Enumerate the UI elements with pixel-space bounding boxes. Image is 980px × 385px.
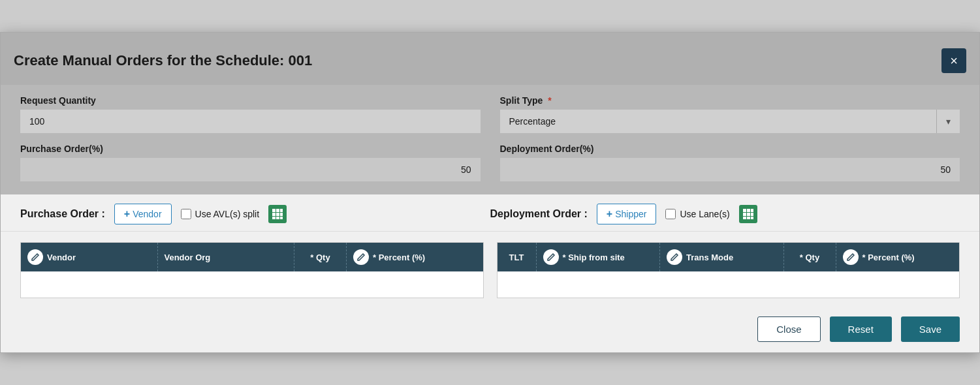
vendor-edit-icon[interactable] — [27, 249, 43, 265]
top-fields-section: Request Quantity Split Type * ▾ Purchase… — [1, 85, 979, 194]
request-quantity-group: Request Quantity — [20, 95, 481, 133]
split-type-required: * — [548, 95, 551, 106]
purchase-order-pct-group: Purchase Order(%) — [20, 144, 481, 181]
percent-col-header: * Percent (%) — [347, 243, 483, 271]
deployment-order-label: Deployment Order : — [490, 208, 588, 220]
split-type-group: Split Type * ▾ — [500, 95, 960, 133]
purchase-order-label: Purchase Order : — [20, 208, 105, 220]
svg-rect-11 — [751, 209, 753, 212]
deployment-order-pct-group: Deployment Order(%) — [500, 144, 960, 181]
purchase-order-table-body — [21, 271, 483, 298]
deployment-order-controls: Deployment Order : + Shipper Use Lane(s) — [490, 204, 960, 224]
svg-rect-4 — [276, 213, 279, 216]
bottom-section: Purchase Order : + Vendor Use AVL(s) spl… — [1, 194, 979, 352]
avl-split-checkbox-group: Use AVL(s) split — [181, 209, 260, 219]
svg-rect-15 — [743, 217, 746, 219]
svg-rect-9 — [743, 209, 746, 212]
split-type-dropdown-arrow[interactable]: ▾ — [936, 110, 960, 133]
svg-rect-3 — [272, 213, 276, 216]
lane-checkbox[interactable] — [665, 209, 676, 219]
request-quantity-input[interactable] — [20, 110, 481, 133]
svg-rect-8 — [280, 217, 283, 219]
add-vendor-button[interactable]: + Vendor — [114, 204, 172, 224]
depl-percent-col-header: * Percent (%) — [836, 243, 960, 271]
purchase-order-table-header: Vendor Vendor Org * Qty * — [21, 243, 483, 271]
ship-from-site-col-header: * Ship from site — [537, 243, 661, 271]
deployment-order-grid-icon[interactable] — [739, 205, 757, 223]
deployment-order-table-body — [498, 271, 960, 298]
svg-rect-16 — [747, 217, 750, 219]
svg-rect-13 — [747, 213, 750, 216]
tables-row: Vendor Vendor Org * Qty * — [1, 232, 979, 309]
svg-rect-17 — [751, 217, 753, 219]
svg-rect-1 — [276, 209, 279, 212]
lane-checkbox-group: Use Lane(s) — [665, 209, 729, 219]
close-button[interactable]: Close — [757, 316, 820, 342]
vendor-col-header: Vendor — [21, 243, 158, 271]
modal-header: Create Manual Orders for the Schedule: 0… — [1, 33, 979, 85]
svg-rect-0 — [272, 209, 276, 212]
footer: Close Reset Save — [1, 309, 979, 352]
deployment-order-pct-input[interactable] — [500, 158, 960, 181]
reset-button[interactable]: Reset — [830, 316, 892, 342]
purchase-order-controls: Purchase Order : + Vendor Use AVL(s) spl… — [20, 204, 490, 224]
percent-edit-icon[interactable] — [353, 249, 369, 265]
lane-label: Use Lane(s) — [680, 209, 729, 219]
svg-rect-10 — [747, 209, 750, 212]
trans-mode-edit-icon[interactable] — [667, 249, 682, 265]
split-type-label: Split Type * — [500, 95, 960, 106]
svg-rect-5 — [280, 213, 283, 216]
split-type-input[interactable] — [500, 110, 937, 133]
svg-rect-14 — [751, 213, 753, 216]
plus-icon-2: + — [607, 208, 612, 220]
close-icon-button[interactable]: × — [941, 48, 966, 73]
modal-title: Create Manual Orders for the Schedule: 0… — [14, 52, 312, 69]
avl-split-checkbox[interactable] — [181, 209, 191, 219]
tlt-col-header: TLT — [498, 243, 537, 271]
deployment-order-pct-label: Deployment Order(%) — [500, 144, 960, 154]
purchase-order-pct-label: Purchase Order(%) — [20, 144, 481, 154]
purchase-order-grid-icon[interactable] — [268, 205, 287, 223]
avl-split-label: Use AVL(s) split — [195, 209, 260, 219]
split-type-select-wrapper: ▾ — [500, 110, 960, 133]
request-quantity-label: Request Quantity — [20, 95, 481, 106]
modal: Create Manual Orders for the Schedule: 0… — [0, 32, 980, 353]
deployment-order-table: TLT * Ship from site — [497, 242, 960, 298]
svg-rect-6 — [272, 217, 276, 219]
svg-rect-7 — [276, 217, 279, 219]
svg-rect-2 — [280, 209, 283, 212]
depl-qty-col-header: * Qty — [784, 243, 836, 271]
purchase-order-pct-input[interactable] — [20, 158, 481, 181]
ship-from-site-edit-icon[interactable] — [543, 249, 559, 265]
order-controls-row: Purchase Order : + Vendor Use AVL(s) spl… — [1, 194, 979, 232]
qty-col-header: * Qty — [294, 243, 347, 271]
purchase-order-table: Vendor Vendor Org * Qty * — [20, 242, 484, 298]
plus-icon: + — [124, 208, 130, 220]
deployment-order-table-header: TLT * Ship from site — [498, 243, 960, 271]
vendor-org-col-header: Vendor Org — [158, 243, 295, 271]
svg-rect-12 — [743, 213, 746, 216]
depl-percent-edit-icon[interactable] — [843, 249, 859, 265]
save-button[interactable]: Save — [901, 316, 960, 342]
trans-mode-col-header: Trans Mode — [660, 243, 784, 271]
add-shipper-button[interactable]: + Shipper — [597, 204, 657, 224]
